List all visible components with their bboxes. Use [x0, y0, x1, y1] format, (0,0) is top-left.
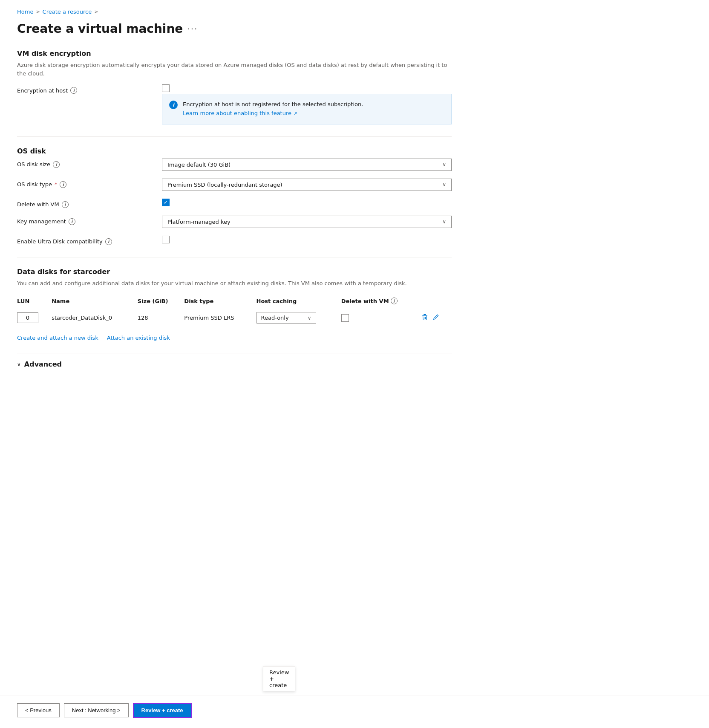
- advanced-collapse-icon: ∨: [17, 361, 21, 367]
- data-disks-desc: You can add and configure additional dat…: [17, 279, 452, 288]
- vm-disk-encryption-section: VM disk encryption Azure disk storage en…: [17, 49, 452, 124]
- data-disks-table: LUN Name Size (GiB) Disk type Host cachi…: [17, 294, 452, 328]
- footer-inner: < Previous Next : Networking > Review + …: [17, 703, 192, 721]
- delete-with-vm-checkbox[interactable]: ✓: [162, 199, 170, 206]
- key-management-row: Key management i Platform-managed key ∨: [17, 216, 452, 228]
- th-disk-type: Disk type: [184, 294, 256, 308]
- table-row: 0 starcoder_DataDisk_0 128 Premium SSD L…: [17, 308, 452, 328]
- encryption-at-host-label: Encryption at host i: [17, 84, 153, 94]
- create-attach-new-disk-link[interactable]: Create and attach a new disk: [17, 335, 98, 341]
- breadcrumb-home[interactable]: Home: [17, 9, 33, 15]
- info-banner-text: Encryption at host is not registered for…: [183, 100, 363, 118]
- delete-with-vm-label: Delete with VM i: [17, 199, 153, 208]
- encryption-at-host-row: Encryption at host i i Encryption at hos…: [17, 84, 452, 124]
- th-lun: LUN: [17, 294, 52, 308]
- disk-table-body: 0 starcoder_DataDisk_0 128 Premium SSD L…: [17, 308, 452, 328]
- page-title-container: Create a virtual machine ···: [17, 22, 452, 36]
- os-disk-size-label: OS disk size i: [17, 159, 153, 168]
- os-disk-type-label: OS disk type * i: [17, 179, 153, 188]
- delete-with-vm-control: ✓: [162, 199, 452, 206]
- advanced-section: ∨ Advanced: [17, 353, 452, 368]
- disk-size: 128: [138, 308, 184, 328]
- key-management-info-icon[interactable]: i: [69, 218, 75, 225]
- disk-delete-with-vm-checkbox[interactable]: [341, 314, 349, 322]
- advanced-header[interactable]: ∨ Advanced: [17, 360, 452, 368]
- encryption-info-banner: i Encryption at host is not registered f…: [162, 94, 452, 124]
- os-disk-size-chevron: ∨: [442, 162, 446, 168]
- os-disk-type-row: OS disk type * i Premium SSD (locally-re…: [17, 179, 452, 191]
- disk-action-icons: [421, 314, 447, 322]
- os-disk-size-select[interactable]: Image default (30 GiB) ∨: [162, 159, 452, 171]
- attach-existing-disk-link[interactable]: Attach an existing disk: [107, 335, 170, 341]
- os-disk-size-control: Image default (30 GiB) ∨: [162, 159, 452, 171]
- th-name: Name: [52, 294, 138, 308]
- breadcrumb-sep1: >: [36, 9, 40, 14]
- os-disk-section: OS disk OS disk size i Image default (30…: [17, 147, 452, 245]
- os-disk-type-required: *: [55, 181, 58, 188]
- ultra-disk-checkbox[interactable]: [162, 236, 170, 243]
- os-disk-size-info-icon[interactable]: i: [53, 161, 60, 168]
- data-disks-title: Data disks for starcoder: [17, 268, 452, 276]
- svg-line-4: [437, 315, 438, 316]
- divider-1: [17, 136, 452, 137]
- ultra-disk-control: [162, 236, 452, 243]
- breadcrumb-sep2: >: [94, 9, 98, 14]
- disk-name: starcoder_DataDisk_0: [52, 308, 138, 328]
- disk-lun: 0: [17, 308, 52, 328]
- page-title: Create a virtual machine: [17, 22, 183, 36]
- ultra-disk-row: Enable Ultra Disk compatibility i: [17, 236, 452, 245]
- svg-rect-0: [424, 314, 426, 315]
- vm-disk-encryption-desc: Azure disk storage encryption automatica…: [17, 61, 452, 78]
- disk-actions: [421, 308, 452, 328]
- os-disk-type-chevron: ∨: [442, 182, 446, 188]
- footer-buttons: < Previous Next : Networking > Review + …: [17, 703, 192, 718]
- ultra-disk-label: Enable Ultra Disk compatibility i: [17, 236, 153, 245]
- encryption-at-host-checkbox[interactable]: [162, 84, 170, 92]
- disk-delete-with-vm: [341, 308, 422, 328]
- delete-with-vm-info-icon[interactable]: i: [62, 201, 69, 208]
- os-disk-type-select[interactable]: Premium SSD (locally-redundant storage) …: [162, 179, 452, 191]
- next-networking-button[interactable]: Next : Networking >: [64, 703, 129, 717]
- os-disk-type-info-icon[interactable]: i: [60, 181, 66, 188]
- host-caching-select[interactable]: Read-only ∨: [257, 312, 316, 324]
- svg-rect-1: [422, 315, 427, 316]
- encryption-at-host-info-icon[interactable]: i: [70, 87, 77, 94]
- th-delete-with-vm: Delete with VM i: [341, 294, 422, 308]
- key-management-label: Key management i: [17, 216, 153, 225]
- os-disk-size-row: OS disk size i Image default (30 GiB) ∨: [17, 159, 452, 171]
- lun-box[interactable]: 0: [17, 312, 38, 323]
- disk-links: Create and attach a new disk Attach an e…: [17, 335, 452, 341]
- key-management-select[interactable]: Platform-managed key ∨: [162, 216, 452, 228]
- advanced-title: Advanced: [24, 360, 62, 368]
- delete-with-vm-row: Delete with VM i ✓: [17, 199, 452, 208]
- delete-with-vm-header: Delete with VM i: [341, 298, 417, 304]
- breadcrumb-create-resource[interactable]: Create a resource: [43, 9, 92, 15]
- key-management-control: Platform-managed key ∨: [162, 216, 452, 228]
- th-size: Size (GiB): [138, 294, 184, 308]
- table-header-row: LUN Name Size (GiB) Disk type Host cachi…: [17, 294, 452, 308]
- info-banner-link[interactable]: Learn more about enabling this feature ↗: [183, 110, 297, 116]
- encryption-at-host-control: i Encryption at host is not registered f…: [162, 84, 452, 124]
- th-actions: [421, 294, 452, 308]
- footer: < Previous Next : Networking > Review + …: [0, 696, 709, 728]
- os-disk-type-control: Premium SSD (locally-redundant storage) …: [162, 179, 452, 191]
- th-host-caching: Host caching: [257, 294, 341, 308]
- data-disks-section: Data disks for starcoder You can add and…: [17, 268, 452, 341]
- disk-type: Premium SSD LRS: [184, 308, 256, 328]
- ultra-disk-info-icon[interactable]: i: [105, 238, 112, 245]
- external-link-icon: ↗: [293, 111, 297, 116]
- footer-tooltip: Review + create: [263, 666, 295, 691]
- os-disk-title: OS disk: [17, 147, 452, 155]
- review-create-button[interactable]: Review + create: [133, 703, 192, 718]
- breadcrumb: Home > Create a resource >: [17, 9, 452, 15]
- key-management-chevron: ∨: [442, 219, 446, 225]
- delete-with-vm-table-info-icon[interactable]: i: [391, 298, 398, 304]
- trash-icon[interactable]: [421, 314, 428, 322]
- previous-button[interactable]: < Previous: [17, 703, 60, 717]
- info-banner-icon: i: [169, 101, 178, 109]
- disk-host-caching: Read-only ∨: [257, 308, 341, 328]
- divider-2: [17, 257, 452, 257]
- title-menu-icon[interactable]: ···: [187, 24, 198, 34]
- vm-disk-encryption-title: VM disk encryption: [17, 49, 452, 58]
- edit-icon[interactable]: [432, 314, 439, 322]
